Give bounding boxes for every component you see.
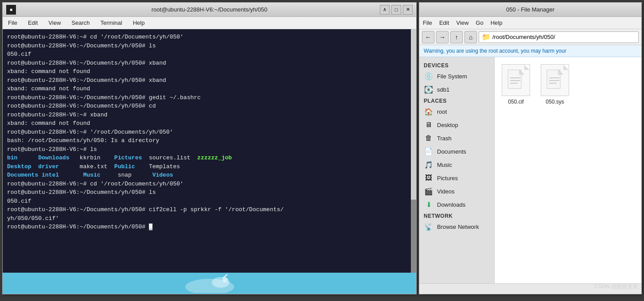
fm-section-places: PLACES bbox=[419, 96, 494, 105]
fm-menu-go[interactable]: Go bbox=[476, 19, 483, 26]
terminal-menu-edit[interactable]: Edit bbox=[26, 19, 39, 27]
terminal-body[interactable]: root@ubuntu-2288H-V6:~# cd '/root/Docume… bbox=[3, 29, 416, 273]
terminal-scrollbar[interactable] bbox=[411, 29, 416, 273]
fm-menu-view[interactable]: View bbox=[456, 19, 468, 26]
sidebar-item-downloads[interactable]: ⬇ Downloads bbox=[419, 198, 494, 211]
terminal-window-controls: ∧ □ ✕ bbox=[380, 5, 413, 15]
sidebar-item-trash-label: Trash bbox=[437, 135, 452, 142]
trash-icon: 🗑 bbox=[424, 133, 433, 143]
fm-menu-edit[interactable]: Edit bbox=[439, 19, 449, 26]
fm-menubar: File Edit View Go Help bbox=[419, 17, 641, 29]
browse-network-icon: 📡 bbox=[424, 222, 433, 232]
sidebar-item-pictures-label: Pictures bbox=[437, 175, 458, 181]
music-icon: 🎵 bbox=[424, 160, 433, 170]
fm-toolbar: ← → ↑ ⌂ 📁 /root/Documents/yh/050/ bbox=[419, 29, 641, 45]
sidebar-item-browse-network-label: Browse Network bbox=[437, 224, 479, 230]
terminal-app-icon: ■ bbox=[6, 5, 16, 15]
fm-titlebar: 050 - File Manager bbox=[419, 3, 641, 17]
sdb1-icon: 💽 bbox=[424, 85, 433, 94]
documents-icon: 📄 bbox=[424, 147, 433, 156]
terminal-menu-help[interactable]: Help bbox=[131, 19, 147, 27]
watermark: CSDN @脱脱克克 bbox=[594, 283, 638, 290]
sidebar-item-sdb1-label: sdb1 bbox=[437, 86, 449, 93]
terminal-menu-file[interactable]: File bbox=[6, 19, 19, 27]
fm-section-devices: DEVICES bbox=[419, 61, 494, 69]
terminal-footer-graphic bbox=[183, 274, 236, 293]
fm-warning-banner: Warning, you are using the root account,… bbox=[419, 45, 641, 57]
svg-marker-10 bbox=[558, 70, 563, 74]
filesystem-icon: 💿 bbox=[424, 71, 433, 81]
sidebar-item-documents[interactable]: 📄 Documents bbox=[419, 145, 494, 158]
sidebar-item-browse-network[interactable]: 📡 Browse Network bbox=[419, 220, 494, 233]
sidebar-item-pictures[interactable]: 🖼 Pictures bbox=[419, 171, 494, 185]
terminal-menu-terminal[interactable]: Terminal bbox=[99, 19, 124, 27]
fm-warning-text: Warning, you are using the root account,… bbox=[424, 48, 566, 54]
sidebar-item-sdb1[interactable]: 💽 sdb1 bbox=[419, 83, 494, 96]
terminal-scroll-thumb[interactable] bbox=[411, 200, 416, 273]
fm-menu-help[interactable]: Help bbox=[491, 19, 503, 26]
terminal-window: ■ root@ubuntu-2288H-V6:~/Documents/yh/05… bbox=[2, 2, 417, 294]
fm-menu-file[interactable]: File bbox=[423, 19, 432, 26]
sidebar-item-trash[interactable]: 🗑 Trash bbox=[419, 131, 494, 145]
path-folder-icon: 📁 bbox=[482, 33, 491, 41]
terminal-menu-view[interactable]: View bbox=[47, 19, 62, 27]
sidebar-item-documents-label: Documents bbox=[437, 148, 466, 155]
terminal-output: root@ubuntu-2288H-V6:~# cd '/root/Docume… bbox=[7, 33, 412, 232]
sidebar-item-root-label: root bbox=[437, 108, 447, 115]
sidebar-item-root[interactable]: 🏠 root bbox=[419, 105, 494, 118]
sidebar-item-filesystem-label: File System bbox=[437, 73, 467, 80]
fm-main-content: 050.cif 050.sys bbox=[495, 57, 641, 283]
fm-sidebar: DEVICES 💿 File System 💽 sdb1 PLACES 🏠 ro… bbox=[419, 57, 495, 283]
videos-icon: 🎬 bbox=[424, 186, 433, 196]
file-icon-050sys bbox=[541, 64, 569, 96]
pictures-icon: 🖼 bbox=[424, 173, 433, 183]
sidebar-item-music-label: Music bbox=[437, 162, 452, 168]
forward-button[interactable]: → bbox=[436, 31, 449, 43]
file-label-050sys: 050.sys bbox=[546, 99, 564, 105]
back-button[interactable]: ← bbox=[422, 31, 434, 43]
file-label-050cif: 050.cif bbox=[508, 99, 523, 105]
file-item-050sys[interactable]: 050.sys bbox=[541, 64, 569, 105]
filemanager-window: 050 - File Manager File Edit View Go Hel… bbox=[419, 2, 642, 294]
sidebar-item-music[interactable]: 🎵 Music bbox=[419, 158, 494, 171]
sidebar-item-filesystem[interactable]: 💿 File System bbox=[419, 69, 494, 83]
sidebar-item-desktop-label: Desktop bbox=[437, 122, 458, 128]
root-home-icon: 🏠 bbox=[424, 107, 433, 116]
fm-section-network: NETWORK bbox=[419, 211, 494, 220]
file-item-050cif[interactable]: 050.cif bbox=[502, 64, 530, 105]
up-button[interactable]: ↑ bbox=[450, 31, 463, 43]
desktop-icon: 🖥 bbox=[424, 120, 433, 130]
fm-body: DEVICES 💿 File System 💽 sdb1 PLACES 🏠 ro… bbox=[419, 57, 641, 283]
sidebar-item-videos-label: Videos bbox=[437, 188, 455, 195]
file-icon-050cif bbox=[502, 64, 530, 96]
sidebar-item-videos[interactable]: 🎬 Videos bbox=[419, 185, 494, 198]
fm-title: 050 - File Manager bbox=[506, 6, 554, 13]
terminal-menubar: File Edit View Search Terminal Help bbox=[3, 17, 416, 29]
fm-path-text: /root/Documents/yh/050/ bbox=[492, 34, 555, 40]
svg-marker-5 bbox=[519, 70, 524, 74]
maximize-button[interactable]: □ bbox=[391, 5, 401, 15]
terminal-titlebar: ■ root@ubuntu-2288H-V6:~/Documents/yh/05… bbox=[3, 3, 416, 17]
minimize-button[interactable]: ∧ bbox=[380, 5, 390, 15]
sidebar-item-desktop[interactable]: 🖥 Desktop bbox=[419, 118, 494, 131]
sidebar-item-downloads-label: Downloads bbox=[437, 201, 465, 208]
terminal-menu-search[interactable]: Search bbox=[70, 19, 91, 27]
close-button[interactable]: ✕ bbox=[403, 5, 413, 15]
fm-path-bar[interactable]: 📁 /root/Documents/yh/050/ bbox=[479, 31, 639, 43]
downloads-icon: ⬇ bbox=[424, 200, 433, 209]
home-button[interactable]: ⌂ bbox=[464, 31, 477, 43]
terminal-title: root@ubuntu-2288H-V6:~/Documents/yh/050 bbox=[152, 6, 267, 13]
terminal-footer bbox=[3, 273, 416, 294]
